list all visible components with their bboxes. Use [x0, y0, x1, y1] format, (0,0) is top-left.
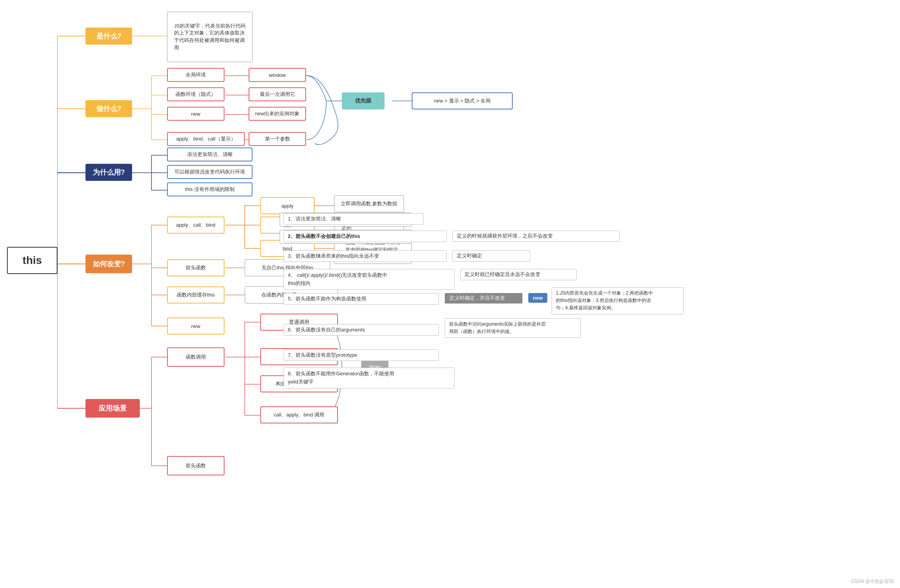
weishme-item-2: 可以根据情况改变代码执行环境 — [167, 165, 252, 179]
func-item-3: 构造函数（new)调用 — [260, 375, 338, 392]
zuoshme-result-1: window — [249, 68, 306, 82]
diff-1: 1、语法更加简洁、清晰 — [280, 213, 412, 227]
zuoshme-item-4: apply、bind、call（显示） — [167, 132, 245, 146]
zuoshme-item-2: 函数环境（隐式） — [167, 87, 225, 101]
diff-2: 2、箭头函数不会创建自己的this — [280, 230, 412, 244]
zuoshme-result-2: 最后一次调用它 — [249, 87, 306, 101]
diff-label: 区别 — [369, 365, 380, 372]
ruhe-arrow-desc: 无自己this,指向外部this — [245, 259, 330, 276]
ruhe-apply-desc: 立即调用函数,参数为数组 — [334, 195, 404, 212]
priority-label: 优先级 — [355, 97, 371, 104]
diff-box: 区别 — [361, 360, 388, 377]
func-item-4: call、apply、bind 调用 — [260, 406, 338, 423]
watermark: CSDN @不想起名55 — [851, 578, 894, 585]
zuoshme-result-3: new出来的实例对象 — [249, 107, 306, 121]
ruhe-sub-acb: apply、call、bind — [167, 217, 225, 234]
branch-shime-label: 是什么? — [96, 31, 122, 41]
shime-desc-text: JS的关键字，代表当前执行代码的上下文对象，它的具体值取决于代码在何处被调用和如… — [174, 23, 245, 52]
zuoshme-result-4: 第一个参数 — [249, 132, 306, 146]
branch-shime: 是什么? — [85, 28, 132, 45]
ruhe-apply: apply — [260, 197, 315, 214]
branch-zuoshme: 做什么? — [85, 100, 132, 117]
priority-rule-text: new > 显示 > 隐式 > 全局 — [434, 97, 491, 104]
ruhe-cache-desc: 在函数内部使用 _this = this — [245, 286, 338, 304]
zuoshme-item-1: 全局环境 — [167, 68, 225, 82]
weishme-item-1: 语法更加简洁、清晰 — [167, 147, 252, 161]
priority-node: 优先级 — [342, 92, 385, 109]
root-label: this — [23, 254, 42, 267]
ruhe-sub-new: new — [167, 317, 225, 335]
root-node: this — [7, 247, 57, 274]
branch-ruhe-label: 如何改变? — [93, 259, 125, 269]
branch-ruhe: 如何改变? — [85, 255, 132, 273]
branch-yingyong-label: 应用场景 — [99, 404, 127, 413]
weishme-item-3: this 没有作用域的限制 — [167, 182, 252, 196]
yingyong-arrow: 箭头函数 — [167, 456, 225, 475]
zuoshme-item-3: new — [167, 107, 225, 121]
func-item-2: 对象调用 — [260, 348, 338, 365]
branch-yingyong: 应用场景 — [85, 399, 140, 418]
func-item-1: 普通调用 — [260, 314, 338, 331]
branch-weishme-label: 为什么用? — [93, 168, 125, 177]
ruhe-sub-arrow: 箭头函数 — [167, 259, 225, 276]
branch-weishme: 为什么用? — [85, 164, 132, 181]
shime-desc: JS的关键字，代表当前执行代码的上下文对象，它的具体值取决于代码在何处被调用和如… — [167, 12, 252, 62]
priority-rule: new > 显示 > 隐式 > 全局 — [412, 92, 513, 109]
branch-zuoshme-label: 做什么? — [96, 104, 122, 113]
ruhe-sub-cache: 函数内部缓存this — [167, 286, 225, 304]
yingyong-func: 函数调用 — [167, 347, 225, 367]
